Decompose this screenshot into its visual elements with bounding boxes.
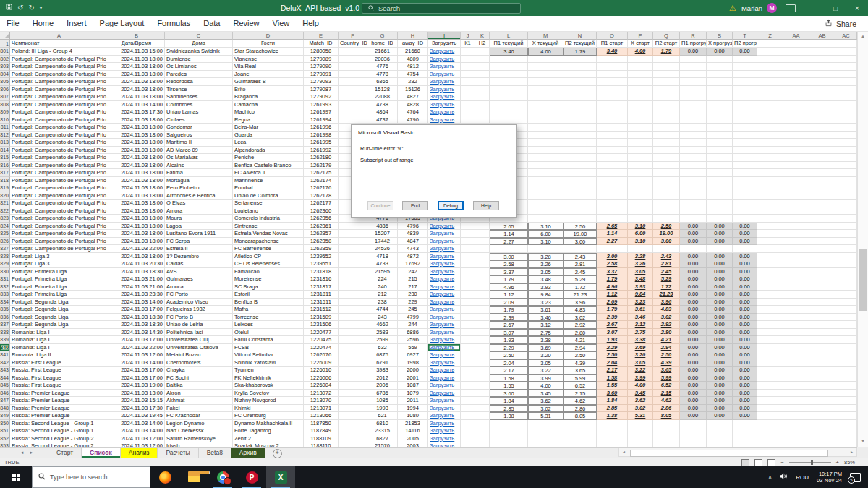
cell[interactable]: Vila Real <box>233 63 304 71</box>
cell-current-odds[interactable] <box>490 71 528 79</box>
cell-preload[interactable]: 0.00 <box>733 405 757 413</box>
cell-start-odds[interactable] <box>653 215 680 223</box>
cell-start-odds[interactable]: 2.50 <box>653 351 680 359</box>
cell[interactable]: Chayka <box>165 367 233 374</box>
cell[interactable] <box>809 405 835 413</box>
cell[interactable]: 2024.11.03 18:00 <box>109 223 165 231</box>
cell-current-odds[interactable] <box>563 184 597 192</box>
cell[interactable] <box>461 291 475 299</box>
cell-start-odds[interactable]: 1.93 <box>597 336 628 344</box>
cell[interactable]: Universitatea Cluj <box>165 336 233 344</box>
cell[interactable]: Portugal: Segunda Liga <box>10 314 109 322</box>
column-header-P[interactable]: P <box>628 32 653 40</box>
load-link[interactable]: Загрузить <box>430 291 454 297</box>
cell[interactable] <box>461 71 475 79</box>
cell-start-odds[interactable] <box>628 63 653 71</box>
cell-start-odds[interactable] <box>628 207 653 215</box>
cell-preload[interactable]: 0.00 <box>707 291 733 299</box>
row-header-817[interactable]: 817 <box>0 169 10 177</box>
cell-current-odds[interactable] <box>528 162 563 170</box>
cell[interactable]: 1231811 <box>304 291 339 299</box>
cell-current-odds[interactable]: 2.27 <box>490 238 528 246</box>
cell[interactable] <box>757 238 783 246</box>
cell[interactable]: Baltika <box>165 382 233 390</box>
cell[interactable]: Portugal: Campeonato de Portugal Prio - <box>10 230 109 238</box>
cell-start-odds[interactable]: 5.31 <box>628 412 653 420</box>
cell[interactable]: Caldas <box>165 260 233 268</box>
cell-preload[interactable]: 0.00 <box>707 306 733 314</box>
cell-preload[interactable] <box>707 427 733 435</box>
cell-start-odds[interactable]: 2.04 <box>597 359 628 367</box>
column-header-G[interactable]: G <box>367 32 398 40</box>
cell[interactable] <box>461 314 475 322</box>
cell-current-odds[interactable] <box>490 245 528 253</box>
cell-start-odds[interactable]: 4.00 <box>628 382 653 390</box>
cell[interactable]: Moncarapachense <box>233 238 304 246</box>
cell-start-odds[interactable] <box>653 93 680 101</box>
cell-start-odds[interactable]: 3.02 <box>653 314 680 322</box>
cell-preload[interactable]: 0.00 <box>707 253 733 261</box>
cell-current-odds[interactable]: 2.50 <box>563 223 597 231</box>
cell[interactable]: Portugal: Primeira Liga <box>10 275 109 283</box>
cell-start-odds[interactable]: 2.15 <box>653 390 680 398</box>
cell[interactable] <box>835 260 857 268</box>
cell-load[interactable]: Загрузить <box>428 260 461 268</box>
cell[interactable]: 1279090 <box>304 63 339 71</box>
cell[interactable] <box>475 420 490 428</box>
cell[interactable] <box>783 344 809 352</box>
cell-preload[interactable]: 0.00 <box>707 367 733 374</box>
cell-current-odds[interactable]: 19.00 <box>563 230 597 238</box>
cell-current-odds[interactable] <box>528 78 563 86</box>
cell-preload[interactable] <box>733 427 757 435</box>
row-header-841[interactable]: 841 <box>0 351 10 359</box>
cell-current-odds[interactable] <box>528 215 563 223</box>
cell[interactable] <box>835 192 857 200</box>
cell[interactable] <box>783 63 809 71</box>
cell[interactable]: Metalul Buzau <box>165 351 233 359</box>
cell-preload[interactable]: 0.00 <box>707 275 733 283</box>
cell-current-odds[interactable] <box>490 86 528 94</box>
cell[interactable]: 20036 <box>367 56 398 64</box>
cell[interactable]: Amora <box>165 207 233 215</box>
cell[interactable] <box>461 359 475 367</box>
cell[interactable]: 2024.11.03 17:30 <box>109 108 165 116</box>
row-header-822[interactable]: 822 <box>0 207 10 215</box>
load-link[interactable]: Загрузить <box>430 93 454 100</box>
cell-preload[interactable] <box>707 154 733 162</box>
cell[interactable] <box>835 108 857 116</box>
cell-current-odds[interactable] <box>563 427 597 435</box>
cell-current-odds[interactable] <box>563 245 597 253</box>
cell-preload[interactable] <box>707 435 733 443</box>
load-link[interactable]: Загрузить <box>430 253 454 260</box>
cell-current-odds[interactable]: 2.65 <box>490 223 528 231</box>
cell-current-odds[interactable] <box>490 420 528 428</box>
row-header-833[interactable]: 833 <box>0 291 10 299</box>
cell[interactable]: 2024.11.03 18:30 <box>109 321 165 329</box>
row-header-840[interactable]: 840 <box>0 344 10 352</box>
cell-start-odds[interactable] <box>628 420 653 428</box>
cell[interactable]: Russia: Premier League <box>10 412 109 420</box>
cell[interactable]: Portugal: Campeonato de Portugal Prio - <box>10 86 109 94</box>
cell-start-odds[interactable] <box>653 427 680 435</box>
column-header-AC[interactable]: AC <box>835 32 857 40</box>
row-header-839[interactable]: 839 <box>0 336 10 344</box>
cell[interactable]: Dynamo Makhachkala II <box>233 420 304 428</box>
cell[interactable] <box>461 101 475 109</box>
cell[interactable]: 1231511 <box>304 299 339 307</box>
row-header-837[interactable]: 837 <box>0 321 10 329</box>
taskbar-p-app-button[interactable]: P <box>237 466 266 488</box>
row-header-811[interactable]: 811 <box>0 124 10 132</box>
scroll-up-icon[interactable]: ▲ <box>858 32 868 41</box>
cell[interactable]: 1239552 <box>304 253 339 261</box>
cell[interactable]: 2024.11.03 18:00 <box>109 238 165 246</box>
cell[interactable] <box>461 397 475 405</box>
cell[interactable] <box>339 275 367 283</box>
cell-preload[interactable] <box>680 108 707 116</box>
cell-start-odds[interactable]: 2.67 <box>597 321 628 329</box>
cell[interactable] <box>475 283 490 291</box>
zoom-slider-thumb[interactable] <box>811 460 813 465</box>
cell-start-odds[interactable] <box>628 56 653 64</box>
load-link[interactable]: Загрузить <box>430 344 454 351</box>
cell-preload[interactable]: 0.00 <box>707 329 733 337</box>
cell[interactable] <box>757 412 783 420</box>
